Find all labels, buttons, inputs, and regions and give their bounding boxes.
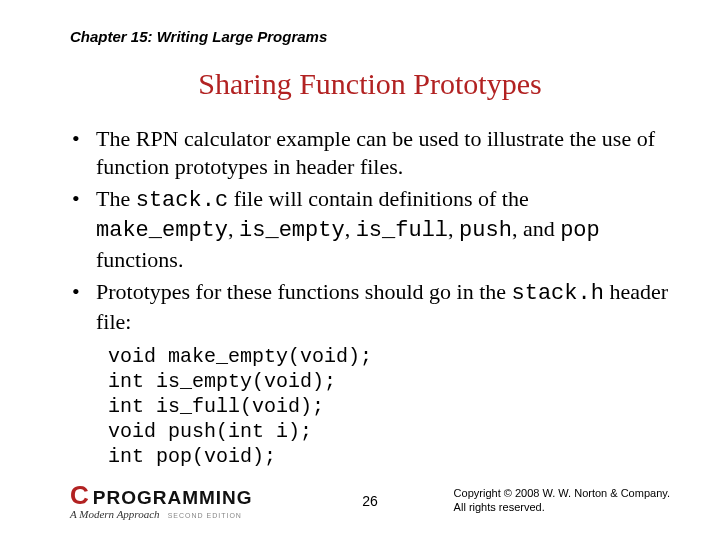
chapter-label: Chapter 15: Writing Large Programs (70, 28, 670, 45)
bullet-item: • The stack.c file will contain definiti… (70, 185, 670, 273)
bullet-text: The stack.c file will contain definition… (96, 185, 670, 273)
code-block: void make_empty(void); int is_empty(void… (108, 344, 670, 469)
bullet-item: • The RPN calculator example can be used… (70, 125, 670, 181)
logo-c-icon: C (70, 482, 89, 508)
footer: C PROGRAMMING A Modern Approach SECOND E… (70, 482, 670, 520)
copyright-line: Copyright © 2008 W. W. Norton & Company. (454, 487, 670, 501)
bullet-dot-icon: • (70, 278, 96, 336)
code-inline: pop (560, 218, 600, 243)
bullet-dot-icon: • (70, 125, 96, 181)
code-inline: stack.h (512, 281, 604, 306)
logo-edition: SECOND EDITION (168, 512, 242, 519)
copyright-line: All rights reserved. (454, 501, 670, 515)
bullet-item: • Prototypes for these functions should … (70, 278, 670, 336)
book-logo: C PROGRAMMING A Modern Approach SECOND E… (70, 482, 253, 520)
bullet-text: The RPN calculator example can be used t… (96, 125, 670, 181)
bullet-text: Prototypes for these functions should go… (96, 278, 670, 336)
page-number: 26 (362, 493, 378, 509)
code-inline: make_empty (96, 218, 228, 243)
code-inline: is_empty (239, 218, 345, 243)
bullet-dot-icon: • (70, 185, 96, 273)
logo-word: PROGRAMMING (93, 487, 253, 509)
code-inline: is_full (356, 218, 448, 243)
slide-title: Sharing Function Prototypes (70, 67, 670, 101)
bullet-list: • The RPN calculator example can be used… (70, 125, 670, 336)
logo-subtitle: A Modern Approach (70, 508, 160, 520)
copyright: Copyright © 2008 W. W. Norton & Company.… (454, 487, 670, 515)
code-inline: push (459, 218, 512, 243)
code-inline: stack.c (136, 188, 228, 213)
